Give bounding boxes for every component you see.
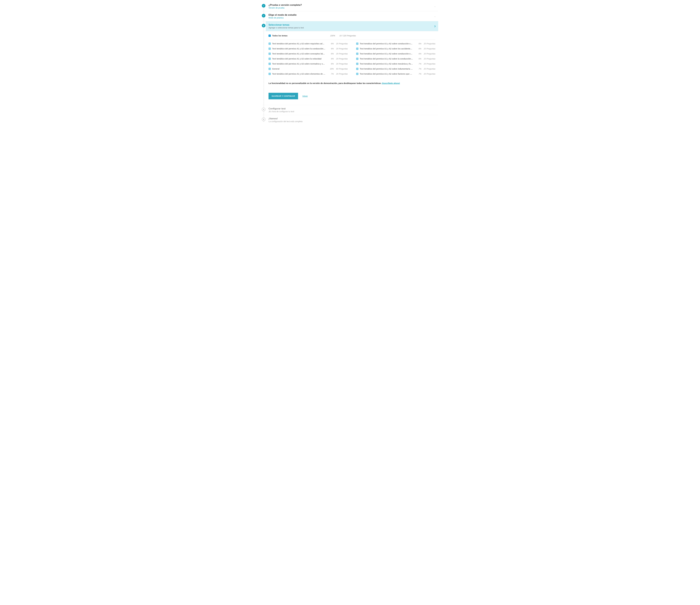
- checkbox-topic[interactable]: [356, 68, 358, 70]
- topic-label: Test temático del permiso A1 y A2 sobre …: [360, 68, 413, 70]
- back-link[interactable]: Volver: [302, 95, 308, 97]
- topic-count: 20 Preguntas: [423, 58, 435, 60]
- checkbox-all-topics[interactable]: [269, 34, 271, 37]
- check-icon: [356, 58, 358, 59]
- topic-row: Test temático del permiso A1 y A2 sobre …: [356, 68, 435, 70]
- topic-count: 20 Preguntas: [335, 58, 348, 60]
- topic-label: Test temático del permiso A1 y A2 sobre …: [272, 43, 325, 45]
- topic-pct: 18%: [327, 68, 334, 70]
- checkbox-topic[interactable]: [269, 68, 271, 70]
- topic-row: Test temático del permiso A1 y A2 sobre …: [269, 58, 348, 60]
- checkbox-topic[interactable]: [356, 43, 358, 45]
- demo-note-text: La funcionalidad no es personalizable en…: [269, 82, 381, 84]
- topic-count: 20 Preguntas: [423, 63, 435, 65]
- check-icon: [356, 68, 358, 70]
- checkbox-topic[interactable]: [269, 53, 271, 55]
- step-1[interactable]: ¿Prueba o versión completa? Versión de p…: [262, 1, 438, 11]
- topic-count: 20 Preguntas: [423, 43, 435, 45]
- checkbox-topic[interactable]: [356, 63, 358, 65]
- topic-count: 20 Preguntas: [335, 48, 348, 50]
- checkbox-topic[interactable]: [269, 43, 271, 45]
- all-topics-count: 10 / 320 Preguntas: [336, 34, 359, 37]
- checkbox-topic[interactable]: [356, 48, 358, 50]
- checkbox-topic[interactable]: [269, 58, 271, 60]
- topic-label: Test temático del permiso A1 y A2 sobre …: [272, 48, 325, 50]
- topic-pct: 7%: [415, 63, 421, 65]
- step-1-title: ¿Prueba o versión completa?: [269, 4, 436, 6]
- topic-label: Test temático del permiso A1 y A2 sobre …: [360, 43, 413, 45]
- checkbox-topic[interactable]: [356, 58, 358, 60]
- step-5-title: ¡Vamos!: [269, 117, 436, 120]
- topic-label: Test temático del permiso A1 y A2 sobre …: [272, 53, 325, 55]
- chevron-down-icon: ⌄: [434, 5, 436, 7]
- check-icon: [356, 43, 358, 44]
- step-4-marker-pending: 4: [262, 108, 266, 111]
- topic-row: General18%60 Preguntas: [269, 68, 348, 70]
- topic-pct: 6%: [327, 43, 334, 45]
- step-3[interactable]: 3 Seleccionar temas Agregar o selecciona…: [262, 21, 438, 31]
- check-icon: [356, 63, 358, 64]
- topic-row: Test temático del permiso A1 y A2 sobre …: [269, 48, 348, 50]
- step-1-sub: Versión de prueba: [269, 7, 436, 9]
- topic-count: 20 Preguntas: [335, 43, 348, 45]
- step-5: 5 ¡Vamos! La configuración del test está…: [262, 115, 438, 125]
- topic-row: Test temático del permiso A1 y A2 sobre …: [356, 63, 435, 65]
- topic-row: Test temático del permiso A1 y A2 sobre …: [356, 58, 435, 60]
- checkbox-topic[interactable]: [269, 73, 271, 75]
- check-icon: [269, 48, 270, 49]
- topic-pct: 6%: [415, 43, 421, 45]
- chevron-right-icon: ❯: [434, 25, 436, 27]
- step-5-marker-pending: 5: [262, 117, 266, 121]
- topic-row: Test temático del permiso A1 y A2 sobre …: [269, 63, 348, 65]
- all-topics-label: Todos los temas: [272, 34, 325, 37]
- topic-count: 20 Preguntas: [423, 73, 435, 75]
- topic-row: Test temático del permiso A1 y A2 sobre …: [269, 53, 348, 55]
- check-icon: [356, 73, 358, 75]
- topic-pct: 6%: [415, 58, 421, 60]
- save-continue-button[interactable]: GUARDAR Y CONTINUAR: [269, 93, 298, 99]
- topic-count: 20 Preguntas: [423, 48, 435, 50]
- topic-pct: 6%: [415, 53, 421, 55]
- checkbox-topic[interactable]: [269, 48, 271, 50]
- step-4-title: Configurar test: [269, 107, 436, 110]
- topic-label: Test temático del permiso A1 y A2 sobre …: [360, 63, 413, 65]
- check-icon: [356, 48, 358, 49]
- check-icon: [269, 63, 270, 64]
- topic-row: Test temático del permiso A1 y A2 sobre …: [269, 73, 348, 75]
- step-4-sub: ¡Es hora de configurar tu test!: [269, 110, 436, 113]
- topic-label: Test temático del permiso A1 y A2 sobre …: [272, 58, 325, 60]
- step-2-title: Elige el modo de estudio: [269, 14, 436, 16]
- step-2-marker-done: [262, 14, 266, 18]
- check-icon: [262, 5, 265, 7]
- step-3-sub: Agregar o seleccionar temas para tu test: [269, 27, 436, 29]
- topic-count: 60 Preguntas: [335, 68, 348, 70]
- topic-label: Test temático del permiso A1 y A2 sobre …: [272, 73, 325, 75]
- topic-pct: 6%: [327, 58, 334, 60]
- topic-count: 20 Preguntas: [335, 63, 348, 65]
- topics-all-row: Todos los temas 100% 10 / 320 Preguntas: [269, 34, 435, 40]
- topic-count: 20 Preguntas: [423, 68, 435, 70]
- topic-count: 20 Preguntas: [335, 73, 348, 75]
- topic-label: Test temático del permiso A1 y A2 sobre …: [272, 63, 325, 65]
- topic-pct: 6%: [327, 63, 334, 65]
- step-2[interactable]: Elige el modo de estudio Modo de práctic…: [262, 11, 438, 21]
- subscribe-link[interactable]: ¡Suscríbete ahora!: [381, 82, 400, 84]
- step-1-marker-done: [262, 4, 266, 7]
- step-3-marker-active: 3: [262, 24, 266, 27]
- topic-count: 20 Preguntas: [335, 53, 348, 55]
- actions-row: GUARDAR Y CONTINUAR Volver: [269, 93, 435, 99]
- checkbox-topic[interactable]: [356, 53, 358, 55]
- checkbox-topic[interactable]: [356, 73, 358, 75]
- topic-label: Test temático del permiso A1 y A2 sobre …: [360, 53, 413, 55]
- topic-label: Test temático del permiso A1 y A2 sobre …: [360, 73, 413, 75]
- topic-pct: 6%: [415, 48, 421, 50]
- topics-left-column: Test temático del permiso A1 y A2 sobre …: [269, 43, 348, 75]
- chevron-down-icon: ⌄: [434, 15, 436, 17]
- step-3-content: Todos los temas 100% 10 / 320 Preguntas …: [262, 31, 438, 105]
- topics-right-column: Test temático del permiso A1 y A2 sobre …: [356, 43, 435, 75]
- check-icon: [269, 35, 270, 36]
- topic-pct: 7%: [415, 73, 421, 75]
- topic-label: Test temático del permiso A1 y A2 sobre …: [360, 48, 413, 50]
- topic-row: Test temático del permiso A1 y A2 sobre …: [356, 48, 435, 50]
- checkbox-topic[interactable]: [269, 63, 271, 65]
